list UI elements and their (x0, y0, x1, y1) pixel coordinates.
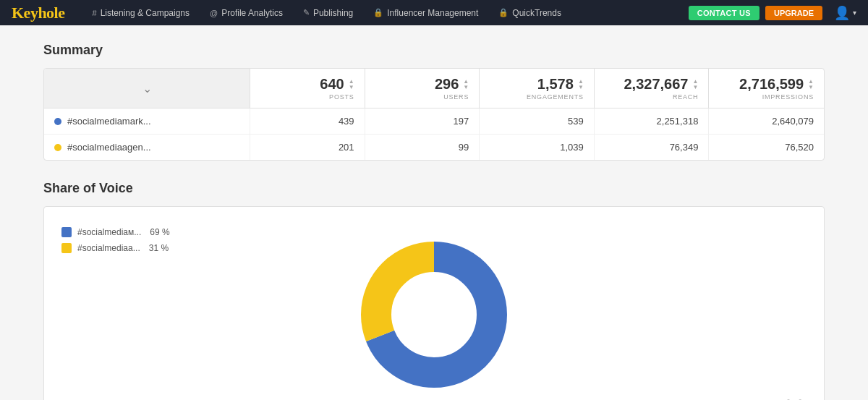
contact-us-button[interactable]: CONTACT US (689, 6, 760, 20)
nav-publishing[interactable]: ✎ Publishing (293, 0, 363, 25)
th-impressions-label: IMPRESSIONS (719, 93, 814, 101)
logo-text: Keyhole (12, 4, 65, 22)
upgrade-button[interactable]: UPGRADE (765, 6, 822, 20)
nav-listening[interactable]: # Listening & Campaigns (82, 0, 200, 25)
donut-svg (354, 235, 514, 394)
nav-influencer-label: Influencer Management (387, 8, 478, 18)
th-reach: 2,327,667 ▲ ▼ REACH (595, 69, 710, 108)
th-users: 296 ▲ ▼ USERS (365, 69, 480, 108)
th-impressions: 2,716,599 ▲ ▼ IMPRESSIONS (709, 69, 824, 108)
sort-down-users-icon: ▼ (463, 85, 469, 90)
legend-pct-yellow: 31 % (149, 243, 169, 253)
th-engagements-value: 1,578 ▲ ▼ (490, 76, 584, 93)
share-of-voice-section: Share of Voice #socialmediaм... 69 % #so… (43, 181, 825, 400)
row-dot-yellow (54, 144, 61, 151)
legend-color-yellow (61, 243, 72, 253)
summary-table: ⌄ 640 ▲ ▼ POSTS (43, 68, 825, 161)
table-row: #socialmediaagen... 201 99 1,039 76,349 … (44, 135, 824, 160)
donut-hole (392, 273, 476, 357)
nav-profile-label: Profile Analytics (221, 8, 283, 18)
table-row: #socialmediamark... 439 197 539 2,251,31… (44, 108, 824, 135)
row-hashtag-0: #socialmediamark... (67, 116, 151, 127)
td-users-1: 99 (365, 135, 480, 160)
th-reach-value: 2,327,667 ▲ ▼ (605, 76, 699, 93)
sort-impressions[interactable]: ▲ ▼ (808, 79, 814, 90)
th-posts-value: 640 ▲ ▼ (260, 76, 354, 93)
td-imp-1: 76,520 (709, 135, 824, 160)
td-eng-0: 539 (480, 108, 595, 134)
nav-publishing-label: Publishing (313, 8, 353, 18)
td-posts-1: 201 (250, 135, 365, 160)
row-hashtag-1: #socialmediaagen... (67, 142, 151, 153)
td-label-0: #socialmediamark... (44, 108, 250, 134)
nav-listening-label: Listening & Campaigns (101, 8, 190, 18)
th-engagements: 1,578 ▲ ▼ ENGAGEMENTS (480, 69, 595, 108)
th-posts-label: POSTS (260, 93, 354, 101)
sort-down-reach-icon: ▼ (692, 85, 698, 90)
nav-quicktrends-label: QuickTrends (512, 8, 561, 18)
td-reach-1: 76,349 (595, 135, 710, 160)
sort-down-eng-icon: ▼ (578, 85, 584, 90)
td-posts-0: 439 (250, 108, 365, 134)
td-eng-1: 1,039 (480, 135, 595, 160)
th-engagements-label: ENGAGEMENTS (490, 93, 584, 101)
nav-quicktrends[interactable]: 🔒 QuickTrends (488, 0, 571, 25)
navbar: Keyhole # Listening & Campaigns @ Profil… (0, 0, 868, 25)
th-reach-label: REACH (605, 93, 699, 101)
summary-section: Summary ⌄ 640 ▲ ▼ (43, 43, 825, 161)
summary-title: Summary (43, 43, 825, 58)
legend-label-yellow: #socialmediaa... (77, 243, 140, 253)
row-dot-blue (54, 118, 61, 125)
th-users-value: 296 ▲ ▼ (375, 76, 469, 93)
th-expand[interactable]: ⌄ (44, 69, 250, 108)
td-reach-0: 2,251,318 (595, 108, 710, 134)
share-of-voice-title: Share of Voice (43, 181, 825, 196)
user-chevron-icon: ▾ (853, 9, 856, 17)
sort-reach[interactable]: ▲ ▼ (692, 79, 698, 90)
edit-icon: ✎ (303, 8, 310, 17)
nav-influencer[interactable]: 🔒 Influencer Management (363, 0, 488, 25)
lock-icon-influencer: 🔒 (373, 8, 383, 17)
donut-chart (354, 235, 514, 394)
at-icon: @ (210, 9, 218, 17)
main-content: Summary ⌄ 640 ▲ ▼ (0, 25, 868, 400)
table-header-row: ⌄ 640 ▲ ▼ POSTS (44, 69, 824, 108)
hash-icon: # (93, 9, 97, 17)
legend-label-blue: #socialmediaм... (77, 227, 141, 237)
td-users-0: 197 (365, 108, 480, 134)
th-posts: 640 ▲ ▼ POSTS (250, 69, 365, 108)
sort-engagements[interactable]: ▲ ▼ (578, 79, 584, 90)
user-menu[interactable]: 👤 ▾ (828, 5, 856, 21)
share-of-voice-card: #socialmediaм... 69 % #socialmediaa... 3… (43, 206, 825, 400)
th-users-label: USERS (375, 93, 469, 101)
legend-color-blue (61, 227, 72, 237)
lock-icon-quicktrends: 🔒 (498, 8, 509, 17)
logo[interactable]: Keyhole (12, 4, 65, 22)
sort-down-icon: ▼ (349, 85, 354, 90)
td-imp-0: 2,640,079 (709, 108, 824, 134)
user-avatar-icon: 👤 (834, 5, 850, 21)
sort-down-imp-icon: ▼ (808, 85, 814, 90)
nav-profile-analytics[interactable]: @ Profile Analytics (200, 0, 293, 25)
td-label-1: #socialmediaagen... (44, 135, 250, 160)
sort-users[interactable]: ▲ ▼ (463, 79, 469, 90)
nav-links: # Listening & Campaigns @ Profile Analyt… (82, 0, 689, 25)
sort-posts[interactable]: ▲ ▼ (349, 79, 354, 90)
chevron-down-icon: ⌄ (142, 82, 152, 95)
legend-pct-blue: 69 % (150, 227, 169, 237)
nav-actions: CONTACT US UPGRADE 👤 ▾ (689, 5, 856, 21)
th-impressions-value: 2,716,599 ▲ ▼ (719, 76, 814, 93)
